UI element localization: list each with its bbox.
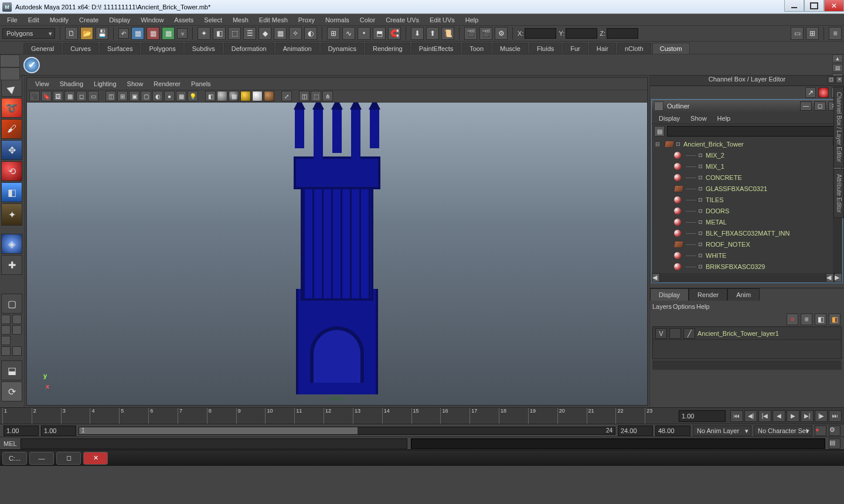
shelf-scroll-opt-icon[interactable]: ▤ xyxy=(832,64,843,72)
outliner-item[interactable]: ——ROOF_NOTEX xyxy=(652,239,842,250)
vp-sphere-yellow-icon[interactable] xyxy=(240,91,251,101)
window-maximize-button[interactable] xyxy=(804,0,824,12)
layout-two-pane-icon[interactable] xyxy=(1,336,22,356)
shelf-tab-fur[interactable]: Fur xyxy=(563,43,588,54)
sel-mask-6-icon[interactable]: ▦ xyxy=(274,27,287,40)
vp-tex-icon[interactable]: ▦ xyxy=(176,91,186,101)
shelf-tab-curves[interactable]: Curves xyxy=(63,43,98,54)
sel-mask-3-icon[interactable]: ⬚ xyxy=(228,27,241,40)
character-set-dropdown[interactable]: No Character Set xyxy=(754,425,812,436)
outliner-item[interactable]: ——DOORS xyxy=(652,205,842,216)
script-editor-button[interactable]: ▤ xyxy=(829,438,840,449)
save-scene-icon[interactable]: 💾 xyxy=(96,27,108,40)
expand-icon[interactable]: ⊟ xyxy=(655,141,662,147)
construction-history-icon[interactable]: 📜 xyxy=(441,27,454,40)
undo-icon[interactable]: ↶ xyxy=(118,28,129,39)
layer-menu-help[interactable]: Help xyxy=(696,303,710,310)
vp-sphere-tex-icon[interactable]: ▦ xyxy=(229,91,239,101)
go-end-button[interactable]: ⏭ xyxy=(829,410,842,422)
go-start-button[interactable]: ⏮ xyxy=(730,410,743,422)
manipulator-tool-icon[interactable]: ✦ xyxy=(1,203,22,226)
vp-gate-mask-icon[interactable]: ◫ xyxy=(106,91,116,101)
move-tool-icon[interactable]: ✥ xyxy=(1,140,22,160)
z-input[interactable] xyxy=(607,28,638,39)
viewport-menu-show[interactable]: Show xyxy=(122,79,148,88)
menu-file[interactable]: File xyxy=(2,15,22,25)
viewport-menu-panels[interactable]: Panels xyxy=(186,79,216,88)
script-lang-label[interactable]: MEL xyxy=(4,440,17,447)
vp-sphere-grey-icon[interactable] xyxy=(217,91,227,101)
sel-mask-4-icon[interactable]: ☰ xyxy=(243,27,256,40)
layer-visibility-toggle[interactable]: V xyxy=(655,328,667,339)
range-start-inner-input[interactable] xyxy=(41,425,76,436)
sel-mask-2-icon[interactable]: ◧ xyxy=(213,27,226,40)
menu-color[interactable]: Color xyxy=(355,15,380,25)
show-editor-icon[interactable]: ≡ xyxy=(829,27,842,40)
vp-resolution-gate-icon[interactable]: ▭ xyxy=(88,91,98,101)
range-end-outer-input[interactable] xyxy=(655,425,690,436)
render-settings-icon[interactable]: ⚙ xyxy=(495,27,508,40)
outliner-item[interactable]: ——BRIKSFBXASC0329 xyxy=(652,261,842,272)
vp-sphere-white-icon[interactable] xyxy=(252,91,263,101)
layer-tab-anim[interactable]: Anim xyxy=(727,288,760,301)
side-tab-channel-box-layer-editor[interactable]: Channel Box / Layer Editor xyxy=(833,87,844,168)
outliner-item[interactable]: ——TILES xyxy=(652,194,842,205)
panel-undock-icon[interactable]: ◻ xyxy=(828,76,835,83)
paint-select-tool-icon[interactable]: 🖌 xyxy=(1,119,22,139)
time-ruler[interactable]: 1234567891011121314151617181920212223 xyxy=(2,408,674,424)
sel-mask-5-icon[interactable]: ◆ xyxy=(258,27,271,40)
layer-menu-options[interactable]: Options xyxy=(673,303,695,310)
layout-persp-outliner-icon[interactable]: ⬓ xyxy=(1,360,22,380)
menu-create[interactable]: Create xyxy=(74,15,103,25)
layer-tab-display[interactable]: Display xyxy=(650,288,689,301)
outliner-filter-input[interactable] xyxy=(667,126,840,137)
command-input[interactable] xyxy=(21,438,407,449)
outliner-item[interactable]: ——CONCRETE xyxy=(652,172,842,183)
shelf-item-check-icon[interactable]: ✔ xyxy=(23,57,40,73)
shelf-tab-animation[interactable]: Animation xyxy=(275,43,319,54)
channel-tool-1-icon[interactable]: ↗ xyxy=(805,87,816,98)
shelf-tab-painteffects[interactable]: PaintEffects xyxy=(411,43,461,54)
vp-field-chart-icon[interactable]: ⊞ xyxy=(117,91,128,101)
outliner-menu-show[interactable]: Show xyxy=(686,114,712,123)
y-input[interactable] xyxy=(566,28,597,39)
shelf-tab-fluids[interactable]: Fluids xyxy=(529,43,561,54)
step-back-key-button[interactable]: ◀| xyxy=(744,410,757,422)
outliner-menu-help[interactable]: Help xyxy=(713,114,736,123)
outliner-menu-display[interactable]: Display xyxy=(654,114,685,123)
range-start-outer-input[interactable] xyxy=(4,425,39,436)
layout-single-pane-icon[interactable]: ▢ xyxy=(1,294,22,314)
vp-isolate-icon[interactable]: ⤢ xyxy=(281,91,292,101)
shelf-tab-deformation[interactable]: Deformation xyxy=(224,43,274,54)
menu-proxy[interactable]: Proxy xyxy=(294,15,319,25)
shelf-tab-polygons[interactable]: Polygons xyxy=(141,43,183,54)
taskbar-btn-close[interactable]: ✕ xyxy=(83,452,108,465)
outliner-item[interactable]: ——MIX_1 xyxy=(652,161,842,172)
channel-tool-2-icon[interactable] xyxy=(818,87,829,98)
current-frame-field[interactable] xyxy=(679,410,726,422)
menu-set-dropdown[interactable]: Polygons xyxy=(2,28,55,39)
step-fwd-key-button[interactable]: |▶ xyxy=(815,410,828,422)
select-object-icon[interactable]: ▦ xyxy=(147,27,159,40)
vp-xray-joint-icon[interactable]: ⬚ xyxy=(311,91,321,101)
outliner-maximize-button[interactable]: ◻ xyxy=(814,101,826,111)
ipr-render-icon[interactable]: 🎬 xyxy=(479,27,492,40)
history-out-icon[interactable]: ⬆ xyxy=(426,27,439,40)
shelf-tab-muscle[interactable]: Muscle xyxy=(492,43,528,54)
sel-mask-1-icon[interactable]: ✦ xyxy=(198,27,210,40)
outliner-minimize-button[interactable]: — xyxy=(800,101,812,111)
layer-tool-1-icon[interactable]: ≡ xyxy=(787,314,798,325)
vp-light-icon[interactable]: 💡 xyxy=(188,91,198,101)
snap-plane-icon[interactable]: ⬒ xyxy=(373,27,386,40)
step-back-button[interactable]: |◀ xyxy=(758,410,771,422)
vp-image-plane-icon[interactable]: 🖼 xyxy=(53,91,63,101)
menu-create-uvs[interactable]: Create UVs xyxy=(381,15,424,25)
window-close-button[interactable] xyxy=(824,0,844,12)
viewport-menu-lighting[interactable]: Lighting xyxy=(89,79,121,88)
open-scene-icon[interactable]: 📂 xyxy=(80,27,93,40)
menu-edit[interactable]: Edit xyxy=(23,15,44,25)
menu-modify[interactable]: Modify xyxy=(45,15,73,25)
layer-menu-layers[interactable]: Layers xyxy=(652,303,672,310)
menu-select[interactable]: Select xyxy=(199,15,227,25)
anim-layer-dropdown[interactable]: No Anim Layer xyxy=(693,425,751,436)
